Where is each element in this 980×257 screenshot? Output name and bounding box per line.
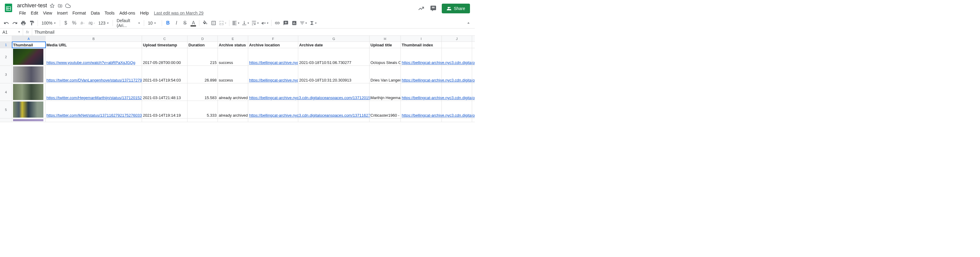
undo-icon[interactable] (2, 19, 10, 27)
archive-location-link[interactable]: https://bellingcat-archive.nyc (249, 60, 298, 65)
row-header-3[interactable]: 3 (0, 66, 12, 83)
text-rotate-icon[interactable]: ▼ (260, 19, 269, 27)
zoom-select[interactable]: 100%▼ (40, 19, 58, 27)
col-header-C[interactable]: C (142, 36, 188, 41)
cell-B3[interactable]: https://twitter.com/DVanLangenhove/statu… (46, 66, 142, 83)
col-header-E[interactable]: E (218, 36, 248, 41)
col-header-G[interactable]: G (298, 36, 369, 41)
cell-C6[interactable] (142, 119, 188, 122)
cell-E2[interactable]: success (218, 48, 248, 65)
star-icon[interactable] (49, 3, 55, 8)
cell-C5[interactable]: 2021-03-14T19:14:19 (142, 101, 188, 118)
filter-icon[interactable]: ▼ (299, 19, 308, 27)
cell-H6[interactable] (369, 119, 401, 122)
cell-D3[interactable]: 26.898 (188, 66, 218, 83)
cell-C2[interactable]: 2017-05-28T00:00:00 (142, 48, 188, 65)
last-edit[interactable]: Last edit was on March 29 (151, 10, 206, 17)
text-color-button[interactable]: A (189, 19, 197, 27)
media-url-link[interactable]: https://twitter.com/IkNet/status/1371162… (46, 113, 142, 117)
more-formats[interactable]: 123▼ (97, 19, 111, 27)
cell-I2[interactable]: https://bellingcat-archive.nyc3.cdn.digi… (401, 48, 442, 65)
text-wrap-icon[interactable]: ▼ (251, 19, 260, 27)
activity-icon[interactable] (417, 5, 425, 12)
menu-addons[interactable]: Add-ons (117, 10, 137, 17)
cell-I6[interactable] (401, 119, 442, 122)
col-header-H[interactable]: H (369, 36, 401, 41)
cell-I3[interactable]: https://bellingcat-archive.nyc3.cdn.digi… (401, 66, 442, 83)
comments-icon[interactable] (430, 5, 437, 12)
format-percent[interactable]: % (70, 19, 78, 27)
cell-F4[interactable]: https://bellingcat-archive.nyc3.cdn.digi… (248, 83, 298, 101)
cell-D4[interactable]: 15.583 (188, 83, 218, 101)
menu-view[interactable]: View (41, 10, 54, 17)
move-icon[interactable] (57, 3, 63, 8)
functions-icon[interactable]: ▼ (309, 19, 318, 27)
cell-E1[interactable]: Archive status (218, 42, 248, 48)
font-select[interactable]: Default (Ari...▼ (115, 19, 142, 27)
cell-I5[interactable]: https://bellingcat-archive.nyc3.cdn.digi… (401, 101, 442, 118)
redo-icon[interactable] (11, 19, 19, 27)
cell-F6[interactable] (248, 119, 298, 122)
cell-D2[interactable]: 215 (188, 48, 218, 65)
insert-comment-icon[interactable] (282, 19, 290, 27)
cell-E6[interactable] (218, 119, 248, 122)
format-currency[interactable]: $ (62, 19, 70, 27)
doc-title[interactable]: archiver-test (17, 2, 47, 9)
cell-G2[interactable]: 2021-03-18T10:51:06.730277 (298, 48, 369, 65)
v-align-icon[interactable]: ▼ (241, 19, 250, 27)
cell-F2[interactable]: https://bellingcat-archive.nyc (248, 48, 298, 65)
collapse-toolbar-icon[interactable] (465, 19, 473, 27)
cell-D1[interactable]: Duration (188, 42, 218, 48)
row-header-1[interactable]: 1 (0, 42, 12, 48)
cell-G4[interactable] (298, 83, 369, 101)
cell-B2[interactable]: https://www.youtube.com/watch?v=abRPaXgJ… (46, 48, 142, 65)
cell-J2[interactable] (442, 48, 472, 65)
menu-tools[interactable]: Tools (103, 10, 117, 17)
cell-B4[interactable]: https://twitter.com/HegemanMarthijn/stat… (46, 83, 142, 101)
cell-E4[interactable]: already archived (218, 83, 248, 101)
cell-D6[interactable] (188, 119, 218, 122)
share-button[interactable]: Share (442, 4, 470, 13)
menu-insert[interactable]: Insert (55, 10, 70, 17)
col-header-J[interactable]: J (442, 36, 472, 41)
cell-J4[interactable] (442, 83, 472, 101)
cell-I1[interactable]: Thumbnail index (401, 42, 442, 48)
cell-G1[interactable]: Archive date (298, 42, 369, 48)
cell-G5[interactable] (298, 101, 369, 118)
cell-J6[interactable] (442, 119, 472, 122)
name-box[interactable]: A1▼ (0, 29, 23, 35)
media-url-link[interactable]: https://twitter.com/HegemanMarthijn/stat… (46, 95, 142, 100)
increase-decimal[interactable]: .00→ (88, 19, 96, 27)
media-url-link[interactable]: https://twitter.com/DVanLangenhove/statu… (46, 78, 142, 82)
sheets-logo[interactable] (2, 2, 14, 14)
italic-button[interactable]: I (172, 19, 180, 27)
col-header-A[interactable]: A (12, 36, 46, 41)
cell-E5[interactable]: already archived (218, 101, 248, 118)
cell-A3[interactable] (12, 66, 46, 83)
menu-data[interactable]: Data (89, 10, 102, 17)
cell-A2[interactable] (12, 48, 46, 65)
cell-A5[interactable] (12, 101, 46, 118)
cell-F3[interactable]: https://bellingcat-archive.nyc (248, 66, 298, 83)
cell-H1[interactable]: Upload title (369, 42, 401, 48)
borders-icon[interactable] (210, 19, 218, 27)
menu-help[interactable]: Help (138, 10, 151, 17)
insert-link-icon[interactable] (274, 19, 281, 27)
col-header-F[interactable]: F (248, 36, 298, 41)
cell-J5[interactable] (442, 101, 472, 118)
cell-J1[interactable] (442, 42, 472, 48)
archive-location-link[interactable]: https://bellingcat-archive.nyc (249, 78, 298, 82)
strikethrough-button[interactable]: S (181, 19, 189, 27)
cell-G6[interactable] (298, 119, 369, 122)
cell-E3[interactable]: success (218, 66, 248, 83)
row-header-5[interactable]: 5 (0, 101, 12, 118)
cell-J3[interactable] (442, 66, 472, 83)
cell-H4[interactable]: Marthijn Hegema (369, 83, 401, 101)
row-header-6[interactable] (0, 119, 12, 122)
cell-A6[interactable] (12, 119, 46, 122)
cell-D5[interactable]: 5.333 (188, 101, 218, 118)
cell-A4[interactable] (12, 83, 46, 101)
col-header-I[interactable]: I (401, 36, 442, 41)
decrease-decimal[interactable]: .0← (79, 19, 87, 27)
paint-format-icon[interactable] (28, 19, 36, 27)
